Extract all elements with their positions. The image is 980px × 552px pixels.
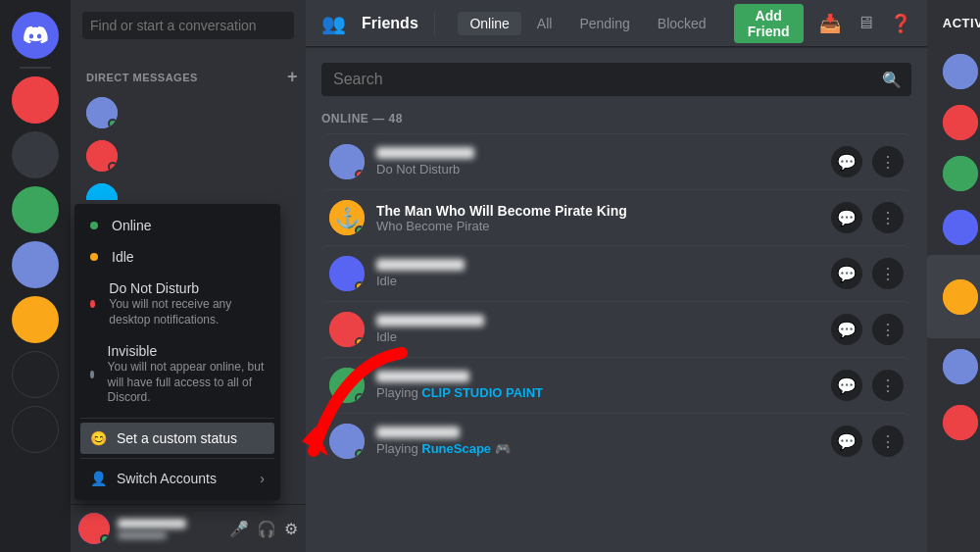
user-info — [118, 519, 221, 539]
friend-more-btn-3[interactable]: ⋮ — [872, 258, 904, 289]
tab-all[interactable]: All — [525, 12, 564, 35]
friend-avatar-6 — [329, 424, 365, 459]
friend-item-5[interactable]: Playing CLIP STUDIO PAINT 💬 ⋮ — [321, 357, 911, 413]
dm-item-2[interactable] — [78, 134, 298, 177]
friend-more-btn-2[interactable]: ⋮ — [872, 202, 904, 233]
server-icon-6[interactable] — [12, 351, 59, 398]
active-item-6[interactable]: FINAL FANTASY XIV – 13m ⚔ — [927, 338, 980, 394]
active-avatar-7 — [943, 405, 978, 440]
active-item-2[interactable]: Protopia Proto's Room 🎙 — [927, 97, 980, 148]
active-item-3[interactable]: RuneScape – 3h ⚔ — [927, 148, 980, 199]
friend-name-6 — [376, 427, 460, 438]
ctx-divider — [80, 418, 274, 419]
add-friend-button[interactable]: Add Friend — [734, 4, 804, 43]
active-now-header: Active Now — [927, 0, 980, 46]
server-icon-5[interactable] — [12, 296, 59, 343]
friend-actions-4: 💬 ⋮ — [831, 314, 904, 345]
friend-message-btn-4[interactable]: 💬 — [831, 314, 862, 345]
friend-status-dot-3 — [355, 281, 365, 291]
add-dm-button[interactable]: + — [287, 67, 298, 87]
server-icon-3[interactable] — [12, 186, 59, 233]
friend-more-btn-1[interactable]: ⋮ — [872, 146, 904, 177]
friends-list: Do Not Disturb 💬 ⋮ ⚓ The Man Who Will Be… — [321, 133, 911, 469]
friend-message-btn-2[interactable]: 💬 — [831, 202, 862, 233]
ctx-switch-accounts-label: Switch Accounts — [117, 471, 217, 486]
friend-status-6: Playing RuneScape 🎮 — [376, 441, 831, 456]
server-icon-1[interactable] — [12, 76, 59, 124]
header-tabs: Online All Pending Blocked — [458, 12, 717, 35]
server-icon-7[interactable] — [12, 406, 59, 453]
friend-message-btn-1[interactable]: 💬 — [831, 146, 862, 177]
dm-items-list: 4 Members Playing RuneScape 🎮 — [71, 91, 306, 200]
search-wrapper: 🔍 — [321, 63, 911, 96]
active-item-5[interactable]: Howling Abyss (ARAM) In Game 02:26 elaps… — [927, 255, 980, 338]
active-item-4[interactable]: League of Legends – 2m 🏆 — [927, 199, 980, 255]
ctx-idle[interactable]: Idle — [80, 241, 274, 273]
active-item-1[interactable]: In a Voice Channel 🎙 — [927, 46, 980, 97]
friend-avatar-2: ⚓ — [329, 200, 365, 235]
friend-message-btn-6[interactable]: 💬 — [831, 426, 862, 457]
ctx-switch-accounts[interactable]: 👤 Switch Accounts › — [80, 463, 274, 494]
friend-more-btn-6[interactable]: ⋮ — [872, 426, 904, 457]
ctx-custom-status-label: Set a custom status — [117, 430, 237, 446]
friend-actions-1: 💬 ⋮ — [831, 146, 904, 177]
friend-item-2[interactable]: ⚓ The Man Who Will Become Pirate King Wh… — [321, 189, 911, 245]
user-area: 🎤 🎧 ⚙ — [71, 504, 306, 552]
right-panel: Active Now In a Voice Channel 🎙 Protopia… — [927, 0, 980, 552]
server-sidebar — [0, 0, 71, 552]
custom-status-icon: 😊 — [90, 430, 107, 446]
dm-avatar-1 — [86, 97, 118, 128]
server-icon-2[interactable] — [12, 131, 59, 178]
friend-avatar-4 — [329, 312, 365, 347]
help-icon[interactable]: ❓ — [890, 13, 911, 34]
friend-name-2: The Man Who Will Become Pirate King — [376, 203, 831, 219]
switch-accounts-icon: 👤 — [90, 471, 107, 486]
friends-search-input[interactable] — [321, 63, 911, 96]
discord-home-button[interactable] — [12, 12, 59, 59]
search-icon: 🔍 — [882, 71, 902, 89]
friend-info-2: The Man Who Will Become Pirate King Who … — [376, 203, 831, 233]
friend-item-6[interactable]: Playing RuneScape 🎮 💬 ⋮ — [321, 413, 911, 469]
mute-button[interactable]: 🎤 — [229, 520, 249, 538]
deafen-button[interactable]: 🎧 — [257, 520, 276, 538]
friend-avatar-5 — [329, 368, 365, 403]
friend-status-1: Do Not Disturb — [376, 162, 831, 176]
friend-actions-2: 💬 ⋮ — [831, 202, 904, 233]
friend-item-1[interactable]: Do Not Disturb 💬 ⋮ — [321, 133, 911, 189]
friend-message-btn-3[interactable]: 💬 — [831, 258, 862, 289]
friend-item-4[interactable]: Idle 💬 ⋮ — [321, 301, 911, 357]
status-dot-1 — [108, 119, 118, 128]
header-actions: 📥 🖥 ❓ — [819, 13, 911, 34]
ctx-dnd-desc: You will not receive any desktop notific… — [109, 297, 265, 327]
active-item-7[interactable]: FINAL FANTASY XIV – 1m ⚔ — [927, 394, 980, 450]
streams-icon[interactable]: 🖥 — [857, 13, 874, 33]
friend-status-dot-5 — [355, 393, 365, 403]
dm-item-3[interactable] — [78, 177, 298, 200]
ctx-custom-status[interactable]: 😊 Set a custom status — [80, 423, 274, 454]
main-content: 👥 Friends Online All Pending Blocked Add… — [306, 0, 927, 552]
tab-pending[interactable]: Pending — [567, 12, 641, 35]
ctx-invisible-desc: You will not appear online, but will hav… — [108, 360, 265, 406]
invisible-status-icon — [90, 371, 94, 378]
user-name — [118, 519, 186, 528]
friend-more-btn-4[interactable]: ⋮ — [872, 314, 904, 345]
friend-info-6: Playing RuneScape 🎮 — [376, 427, 831, 456]
ctx-invisible[interactable]: Invisible You will not appear online, bu… — [80, 335, 274, 414]
friend-more-btn-5[interactable]: ⋮ — [872, 370, 904, 401]
dm-search-input[interactable] — [82, 12, 294, 39]
server-icon-4[interactable] — [12, 241, 59, 288]
dm-item-1[interactable] — [78, 91, 298, 134]
inbox-icon[interactable]: 📥 — [819, 13, 841, 34]
friend-info-3: Idle — [376, 259, 831, 288]
ctx-dnd[interactable]: Do Not Disturb You will not receive any … — [80, 273, 274, 335]
friend-avatar-3 — [329, 256, 365, 291]
tab-blocked[interactable]: Blocked — [646, 12, 718, 35]
friend-item-3[interactable]: Idle 💬 ⋮ — [321, 245, 911, 301]
friend-status-5: Playing CLIP STUDIO PAINT — [376, 385, 831, 400]
friend-message-btn-5[interactable]: 💬 — [831, 370, 862, 401]
user-avatar — [78, 513, 110, 544]
tab-online[interactable]: Online — [458, 12, 520, 35]
ctx-online[interactable]: Online — [80, 210, 274, 241]
settings-button[interactable]: ⚙ — [284, 520, 298, 538]
friend-actions-3: 💬 ⋮ — [831, 258, 904, 289]
